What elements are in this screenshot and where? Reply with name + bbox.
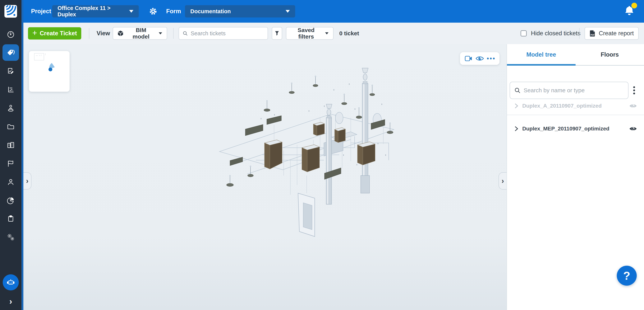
chevron-right-icon <box>514 126 518 131</box>
bim-3d-model[interactable] <box>216 61 397 237</box>
notification-badge <box>631 3 637 9</box>
chevron-right-icon <box>514 103 518 109</box>
chevron-right-icon: › <box>502 177 504 185</box>
model-tree-more-menu[interactable] <box>629 85 640 96</box>
minimap-content <box>29 51 70 92</box>
panel-tabs: Model tree Floors <box>507 44 644 66</box>
sidebar: › <box>0 0 22 310</box>
sidebar-item-schedule[interactable] <box>2 81 19 98</box>
project-select-value: Office Complex 11 > Duplex <box>58 5 122 18</box>
ticket-tag-icon <box>6 48 15 57</box>
tree-row[interactable]: Duplex_A_20110907_optimized <box>507 97 644 115</box>
ticket-count: 0 ticket <box>339 23 359 44</box>
sidebar-item-flags[interactable] <box>2 155 19 172</box>
notifications-button[interactable] <box>623 5 636 18</box>
filter-button[interactable] <box>272 27 282 40</box>
ticket-search <box>179 27 268 40</box>
bim-viewer[interactable]: › › <box>24 44 506 310</box>
pdf-file-icon: PDF <box>589 30 596 37</box>
model-tree: Duplex_A_20110907_optimized Duplex_MEP_2… <box>507 97 644 142</box>
eye-icon <box>476 56 484 62</box>
search-icon <box>182 30 188 37</box>
flag-icon <box>6 159 15 168</box>
sidebar-item-people[interactable] <box>2 174 19 190</box>
model-name: Duplex_A_20110907_optimized <box>522 103 602 109</box>
create-ticket-button[interactable]: + Create Ticket <box>28 27 81 40</box>
model-search-input[interactable] <box>524 87 624 94</box>
sidebar-item-assistant[interactable] <box>3 274 19 290</box>
saved-filters-label: Saved filters <box>290 27 322 40</box>
sidebar-item-library[interactable] <box>2 137 19 153</box>
create-report-label: Create report <box>599 30 634 37</box>
topbar: Project Office Complex 11 > Duplex Form … <box>22 0 644 23</box>
pdf-badge-text: PDF <box>590 34 595 36</box>
folder-icon <box>6 122 15 131</box>
schedule-chart-icon <box>6 85 15 94</box>
model-name: Duplex_MEP_20110907_optimized <box>522 126 609 132</box>
kebab-menu-icon <box>633 86 636 95</box>
clipboard-icon <box>6 214 15 223</box>
project-select[interactable]: Office Complex 11 > Duplex <box>52 5 139 18</box>
sidebar-item-tasks[interactable] <box>2 210 19 227</box>
sidebar-item-reports[interactable] <box>2 192 19 209</box>
minimap-thumbnail[interactable] <box>29 51 70 92</box>
tickets-toolbar: + Create Ticket View BIM model Saved fil… <box>24 23 644 44</box>
ticket-search-input[interactable] <box>191 30 264 37</box>
create-ticket-label: Create Ticket <box>40 30 77 37</box>
filter-funnel-icon <box>274 31 280 36</box>
chevron-down-icon <box>286 10 290 13</box>
chevron-down-icon <box>159 32 162 34</box>
viewer-more-button[interactable] <box>486 54 496 63</box>
visibility-eye-icon[interactable] <box>629 126 637 131</box>
walkthrough-camera-button[interactable] <box>464 54 474 63</box>
document-edit-icon <box>6 67 15 76</box>
sidebar-accent-stripe <box>22 0 24 310</box>
form-select[interactable]: Documentation <box>185 5 295 18</box>
cube-icon <box>117 30 124 37</box>
gear-icon <box>148 6 158 16</box>
expand-chevron-icon: › <box>10 296 12 306</box>
help-question-mark: ? <box>623 269 630 282</box>
app-logo[interactable] <box>0 0 22 23</box>
help-button[interactable]: ? <box>617 266 637 286</box>
divider <box>89 28 89 39</box>
form-label: Form <box>166 0 181 23</box>
pie-chart-icon <box>6 196 15 205</box>
chevron-down-icon <box>129 10 134 13</box>
left-panel-toggle[interactable]: › <box>24 172 32 190</box>
view-mode-select[interactable]: BIM model <box>113 27 167 40</box>
site-person-pin-icon <box>6 104 15 113</box>
project-settings-button[interactable] <box>148 6 159 17</box>
sidebar-item-dashboard[interactable] <box>2 26 19 43</box>
video-camera-icon <box>465 55 472 62</box>
sidebar-item-site[interactable] <box>2 100 19 116</box>
right-panel-toggle[interactable]: › <box>498 172 506 190</box>
sidebar-item-settings[interactable] <box>2 229 19 245</box>
person-icon <box>6 178 15 187</box>
sidebar-expand-button[interactable]: › <box>0 295 22 308</box>
hide-closed-checkbox[interactable] <box>520 30 527 37</box>
visibility-eye-icon[interactable] <box>629 103 637 109</box>
chevron-right-icon: › <box>26 177 28 185</box>
hide-closed-label: Hide closed tickets <box>531 23 580 44</box>
project-label: Project <box>31 0 51 23</box>
tree-row[interactable]: Duplex_MEP_20110907_optimized <box>507 115 644 142</box>
ellipsis-icon <box>487 57 495 60</box>
robot-assistant-icon <box>6 277 16 287</box>
tab-floors[interactable]: Floors <box>576 44 644 65</box>
divider <box>173 28 174 39</box>
chevron-down-icon <box>325 32 328 34</box>
sidebar-item-documents[interactable] <box>2 118 19 135</box>
create-report-button[interactable]: PDF Create report <box>584 27 639 40</box>
viewer-controls <box>460 52 500 65</box>
visibility-button[interactable] <box>475 54 485 63</box>
brand-logo-icon <box>4 5 17 18</box>
sidebar-item-tickets[interactable] <box>2 44 19 61</box>
sidebar-item-forms[interactable] <box>2 63 19 79</box>
active-tab-underline <box>507 64 576 66</box>
saved-filters-select[interactable]: Saved filters <box>286 27 334 40</box>
tab-model-tree[interactable]: Model tree <box>507 44 576 65</box>
buildings-icon <box>6 141 15 150</box>
dashboard-gauge-icon <box>6 30 15 39</box>
gears-icon <box>6 233 15 242</box>
